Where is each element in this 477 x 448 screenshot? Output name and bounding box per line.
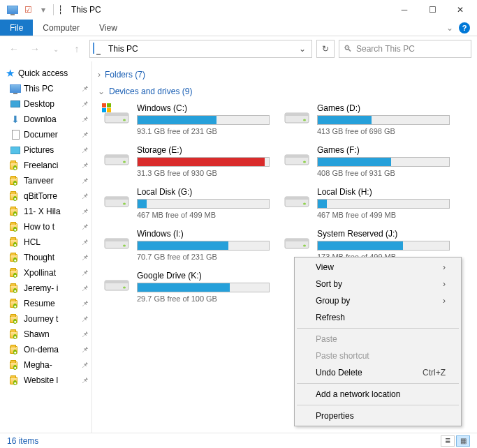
drive-name: Games (D:) — [317, 103, 450, 113]
sidebar-item[interactable]: ●Journey t📌︎ — [0, 311, 91, 327]
back-button[interactable]: ← — [6, 40, 22, 57]
context-menu-item[interactable]: Undo DeleteCtrl+Z — [296, 364, 460, 381]
new-folder-icon[interactable]: ▾ — [38, 4, 49, 15]
context-menu: View›Sort by›Group by›RefreshPastePaste … — [294, 257, 462, 426]
svg-point-18 — [123, 203, 126, 205]
capacity-bar — [137, 157, 270, 167]
minimize-button[interactable]: ─ — [390, 0, 418, 20]
svg-rect-29 — [105, 281, 129, 283]
sidebar-item[interactable]: Documer📌︎ — [0, 127, 91, 142]
drive-name: System Reserved (J:) — [317, 229, 450, 239]
sidebar-item[interactable]: ●How to t📌︎ — [0, 219, 91, 234]
context-menu-item[interactable]: Add a network location — [296, 386, 460, 403]
svg-point-27 — [303, 245, 306, 247]
drive-item[interactable]: Local Disk (H:) 467 MB free of 499 MB — [282, 184, 451, 222]
qat-more-icon[interactable]: ┆ — [53, 4, 64, 15]
menu-item-label: Group by — [316, 296, 350, 306]
menu-item-label: Properties — [316, 411, 354, 421]
star-icon: ★ — [6, 67, 15, 80]
svg-rect-6 — [107, 108, 111, 112]
context-menu-item[interactable]: Group by› — [296, 292, 460, 309]
svg-rect-20 — [285, 197, 309, 200]
menu-item-label: Add a network location — [316, 389, 400, 399]
search-input[interactable]: 🔍︎ Search This PC — [339, 40, 471, 58]
item-icon: ● — [10, 252, 21, 263]
menu-item-label: Paste shortcut — [316, 351, 369, 361]
drive-item[interactable]: Games (D:) 413 GB free of 698 GB — [282, 100, 451, 138]
sidebar-item[interactable]: ●Xpollinat📌︎ — [0, 265, 91, 281]
item-icon: ● — [10, 375, 21, 386]
drive-item[interactable]: Windows (C:) 93.1 GB free of 231 GB — [102, 100, 271, 138]
svg-point-2 — [123, 119, 126, 121]
drive-name: Local Disk (G:) — [137, 187, 270, 197]
drive-name: Games (F:) — [317, 145, 450, 155]
up-button[interactable]: ↑ — [68, 40, 85, 57]
item-icon — [10, 83, 21, 94]
drives-group-header[interactable]: ⌄ Devices and drives (9) — [98, 84, 477, 100]
svg-rect-3 — [102, 103, 106, 107]
drive-item[interactable]: Local Disk (G:) 467 MB free of 499 MB — [102, 184, 271, 222]
window-controls: ─ ☐ ✕ — [390, 0, 474, 20]
refresh-button[interactable]: ↻ — [316, 40, 335, 58]
drive-free-text: 467 MB free of 499 MB — [317, 211, 450, 219]
capacity-bar — [317, 115, 450, 125]
navigation-pane: ★ Quick access This PC📌︎Desktop📌︎⬇Downlo… — [0, 61, 92, 433]
context-menu-item[interactable]: Sort by› — [296, 276, 460, 292]
drive-icon — [103, 274, 130, 294]
submenu-arrow-icon: › — [443, 262, 446, 272]
context-menu-item[interactable]: Properties — [296, 408, 460, 424]
folders-group-header[interactable]: › Folders (7) — [98, 67, 477, 84]
maximize-button[interactable]: ☐ — [418, 0, 446, 20]
sidebar-item[interactable]: ●11- X Hila📌︎ — [0, 204, 91, 219]
sidebar-item[interactable]: ●Shawn📌︎ — [0, 327, 91, 342]
item-icon: ⬇ — [10, 114, 21, 125]
sidebar-item[interactable]: ●Megha-📌︎ — [0, 357, 91, 373]
sidebar-item-quick-access[interactable]: ★ Quick access — [0, 66, 91, 81]
sidebar-item[interactable]: ●Tanveer📌︎ — [0, 173, 91, 188]
view-tab[interactable]: View — [89, 20, 127, 36]
sidebar-item[interactable]: ●Thought📌︎ — [0, 250, 91, 265]
item-icon: ● — [10, 175, 21, 186]
sidebar-item[interactable]: ●Jeremy- i📌︎ — [0, 281, 91, 296]
pin-icon: 📌︎ — [81, 192, 89, 200]
context-menu-item[interactable]: Refresh — [296, 309, 460, 326]
file-tab[interactable]: File — [0, 20, 33, 36]
recent-dropdown[interactable]: ⌄ — [47, 40, 64, 57]
drive-free-text: 413 GB free of 698 GB — [317, 127, 450, 135]
sidebar-item-label: How to t — [24, 222, 54, 232]
drive-item[interactable]: Windows (I:) 70.7 GB free of 231 GB — [102, 226, 271, 264]
content-area[interactable]: › Folders (7) ⌄ Devices and drives (9) W… — [92, 61, 477, 433]
properties-icon[interactable]: ☑ — [22, 4, 34, 15]
sidebar-item[interactable]: ●On-dema📌︎ — [0, 342, 91, 357]
drive-icon — [103, 232, 130, 253]
drive-item[interactable]: Games (F:) 408 GB free of 931 GB — [282, 142, 451, 180]
sidebar-item[interactable]: ●HCL📌︎ — [0, 234, 91, 250]
svg-point-30 — [123, 287, 126, 289]
sidebar-item[interactable]: Desktop📌︎ — [0, 96, 91, 112]
sidebar-item[interactable]: ●Resume📌︎ — [0, 296, 91, 311]
sidebar-item[interactable]: Pictures📌︎ — [0, 142, 91, 158]
sidebar-label: Quick access — [18, 68, 68, 78]
tiles-view-button[interactable]: ▦ — [456, 435, 470, 447]
sidebar-item[interactable]: ⬇Downloa📌︎ — [0, 112, 91, 127]
sidebar-item[interactable]: This PC📌︎ — [0, 81, 91, 96]
sidebar-item[interactable]: ●Website l📌︎ — [0, 373, 91, 388]
item-icon: ● — [10, 206, 21, 217]
sidebar-item[interactable]: ●qBitTorre📌︎ — [0, 188, 91, 204]
sidebar-item-label: This PC — [24, 84, 54, 94]
address-text: This PC — [108, 44, 138, 54]
forward-button[interactable]: → — [27, 40, 43, 57]
help-icon[interactable]: ? — [459, 22, 470, 33]
context-menu-item[interactable]: View› — [296, 259, 460, 276]
details-view-button[interactable]: ≣ — [441, 435, 455, 447]
sidebar-item[interactable]: ●Freelanci📌︎ — [0, 158, 91, 173]
computer-tab[interactable]: Computer — [33, 20, 89, 36]
ribbon-expand-icon[interactable]: ⌄ — [446, 23, 453, 33]
sidebar-item-label: HCL — [24, 237, 41, 247]
item-icon — [10, 98, 21, 110]
drive-item[interactable]: Google Drive (K:) 29.7 GB free of 100 GB — [102, 268, 271, 306]
address-dropdown-icon[interactable]: ⌄ — [296, 44, 309, 54]
close-button[interactable]: ✕ — [446, 0, 474, 20]
drive-item[interactable]: Storage (E:) 31.3 GB free of 930 GB — [102, 142, 271, 180]
address-bar[interactable]: This PC ⌄ — [89, 40, 312, 58]
